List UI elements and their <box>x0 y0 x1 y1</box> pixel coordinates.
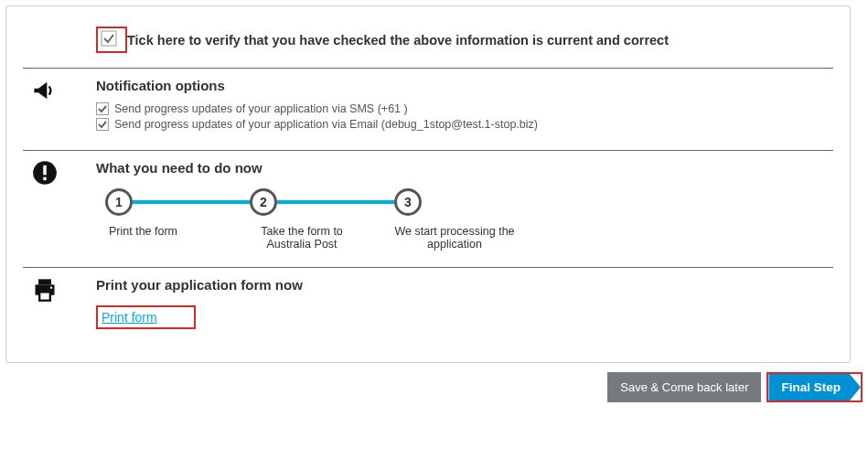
checkbox-sms[interactable] <box>96 102 109 115</box>
svg-rect-2 <box>97 119 109 131</box>
main-panel: Tick here to verify that you have checke… <box>5 5 851 363</box>
checkbox-verify[interactable] <box>101 30 117 47</box>
printer-icon <box>32 277 58 303</box>
verify-highlight <box>96 27 127 53</box>
svg-rect-0 <box>102 31 116 46</box>
checkbox-email[interactable] <box>96 118 109 131</box>
step-circle-1: 1 <box>105 188 133 216</box>
step-connector <box>277 200 394 204</box>
todo-section: What you need to do now 1 2 3 Print the … <box>23 151 833 267</box>
email-label: Send progress updates of your applicatio… <box>114 118 538 131</box>
save-later-button[interactable]: Save & Come back later <box>607 372 761 402</box>
step-connector <box>133 200 250 204</box>
verify-row: Tick here to verify that you have checke… <box>23 23 833 68</box>
final-step-highlight: Final Step <box>766 372 863 402</box>
exclamation-icon <box>32 160 58 186</box>
print-highlight: Print form <box>96 305 196 329</box>
step-label-3: We start processing the application <box>381 225 528 251</box>
sms-option-row: Send progress updates of your applicatio… <box>96 102 833 115</box>
step-label-1: Print the form <box>105 225 197 251</box>
verify-label: Tick here to verify that you have checke… <box>127 33 669 48</box>
megaphone-icon <box>32 78 58 103</box>
svg-rect-5 <box>43 177 47 181</box>
svg-rect-1 <box>97 103 109 115</box>
print-form-link[interactable]: Print form <box>102 310 157 325</box>
svg-rect-4 <box>43 165 47 176</box>
icon-col-notify <box>23 78 96 133</box>
icon-col-todo <box>23 160 96 251</box>
step-circle-3: 3 <box>394 188 422 216</box>
icon-col-print <box>23 277 96 329</box>
todo-title: What you need to do now <box>96 160 833 176</box>
footer-actions: Save & Come back later Final Step <box>0 372 863 402</box>
notification-section: Notification options Send progress updat… <box>23 69 833 150</box>
steps-labels: Print the form Take the form to Australi… <box>105 225 833 251</box>
step-circle-2: 2 <box>250 188 277 216</box>
print-section: Print your application form now Print fo… <box>23 268 833 335</box>
notification-title: Notification options <box>96 78 833 93</box>
steps-row: 1 2 3 <box>105 188 833 216</box>
print-title: Print your application form now <box>96 277 833 293</box>
step-label-2: Take the form to Australia Post <box>242 225 361 251</box>
sms-label: Send progress updates of your applicatio… <box>114 102 408 115</box>
email-option-row: Send progress updates of your applicatio… <box>96 118 833 131</box>
svg-point-9 <box>50 287 52 289</box>
svg-rect-6 <box>38 279 51 284</box>
svg-rect-8 <box>39 292 50 300</box>
final-step-button[interactable]: Final Step <box>768 374 861 400</box>
